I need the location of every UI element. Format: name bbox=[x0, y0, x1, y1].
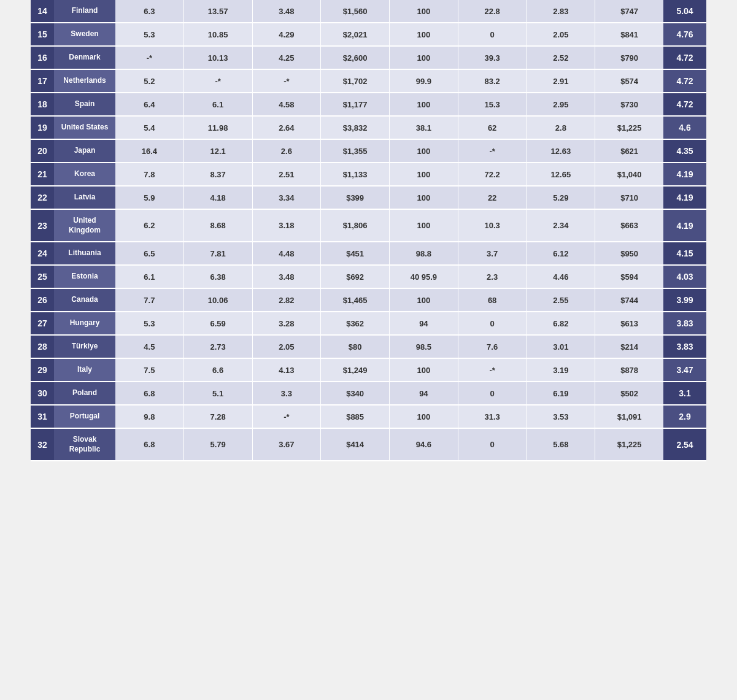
col1-cell: 7.7 bbox=[115, 289, 184, 311]
col7-cell: 5.68 bbox=[527, 429, 596, 460]
col5-cell: 100 bbox=[390, 23, 458, 45]
col5-cell: 94.6 bbox=[390, 429, 458, 460]
col1-cell: 7.5 bbox=[115, 359, 184, 381]
rank-cell: 23 bbox=[31, 210, 54, 241]
col5-cell: 98.8 bbox=[390, 242, 458, 264]
col5-cell: 100 bbox=[390, 163, 458, 185]
col3-cell: 3.48 bbox=[253, 0, 322, 22]
col4-cell: $1,702 bbox=[321, 70, 390, 92]
col5-cell: 100 bbox=[390, 47, 458, 69]
col4-cell: $1,355 bbox=[321, 140, 390, 162]
col3-cell: 2.51 bbox=[253, 163, 322, 185]
col2-cell: 6.6 bbox=[184, 359, 253, 381]
col7-cell: 3.01 bbox=[527, 336, 596, 358]
col6-cell: 68 bbox=[458, 289, 527, 311]
country-cell: Lithuania bbox=[54, 242, 115, 264]
rank-cell: 16 bbox=[31, 47, 54, 69]
col8-cell: $613 bbox=[595, 312, 663, 334]
rank-cell: 14 bbox=[31, 0, 54, 22]
table-row: 17 Netherlands 5.2 -* -* $1,702 99.9 83.… bbox=[31, 70, 706, 93]
col3-cell: 2.64 bbox=[253, 117, 322, 139]
table-row: 30 Poland 6.8 5.1 3.3 $340 94 0 6.19 $50… bbox=[31, 382, 706, 406]
country-cell: Hungary bbox=[54, 312, 115, 334]
col4-cell: $2,600 bbox=[321, 47, 390, 69]
col4-cell: $692 bbox=[321, 266, 390, 288]
score-cell: 2.54 bbox=[663, 429, 706, 460]
col5-cell: 100 bbox=[390, 406, 458, 428]
score-cell: 2.9 bbox=[663, 406, 706, 428]
score-cell: 4.76 bbox=[663, 23, 706, 45]
score-cell: 4.15 bbox=[663, 242, 706, 264]
table-row: 15 Sweden 5.3 10.85 4.29 $2,021 100 0 2.… bbox=[31, 23, 706, 47]
score-cell: 3.83 bbox=[663, 312, 706, 334]
col1-cell: 5.4 bbox=[115, 117, 184, 139]
col1-cell: 4.5 bbox=[115, 336, 184, 358]
col7-cell: 6.12 bbox=[527, 242, 596, 264]
score-cell: 4.72 bbox=[663, 70, 706, 92]
col3-cell: 3.28 bbox=[253, 312, 322, 334]
rank-cell: 28 bbox=[31, 336, 54, 358]
rank-cell: 15 bbox=[31, 23, 54, 45]
col8-cell: $710 bbox=[595, 187, 663, 209]
col7-cell: 6.82 bbox=[527, 312, 596, 334]
col5-cell: 99.9 bbox=[390, 70, 458, 92]
col1-cell: 5.3 bbox=[115, 312, 184, 334]
col7-cell: 2.05 bbox=[527, 23, 596, 45]
col3-cell: 2.05 bbox=[253, 336, 322, 358]
country-cell: Canada bbox=[54, 289, 115, 311]
col6-cell: 15.3 bbox=[458, 93, 527, 115]
score-cell: 4.6 bbox=[663, 117, 706, 139]
col7-cell: 2.34 bbox=[527, 210, 596, 241]
rank-cell: 26 bbox=[31, 289, 54, 311]
col3-cell: -* bbox=[253, 70, 322, 92]
col6-cell: 0 bbox=[458, 23, 527, 45]
rank-cell: 20 bbox=[31, 140, 54, 162]
rank-cell: 17 bbox=[31, 70, 54, 92]
data-table: 14 Finland 6.3 13.57 3.48 $1,560 100 22.… bbox=[31, 0, 706, 461]
table-row: 32 Slovak Republic 6.8 5.79 3.67 $414 94… bbox=[31, 429, 706, 461]
col8-cell: $878 bbox=[595, 359, 663, 381]
table-row: 14 Finland 6.3 13.57 3.48 $1,560 100 22.… bbox=[31, 0, 706, 23]
col2-cell: 12.1 bbox=[184, 140, 253, 162]
col3-cell: 4.58 bbox=[253, 93, 322, 115]
col4-cell: $399 bbox=[321, 187, 390, 209]
col1-cell: 6.8 bbox=[115, 429, 184, 460]
table-row: 29 Italy 7.5 6.6 4.13 $1,249 100 -* 3.19… bbox=[31, 359, 706, 382]
col5-cell: 100 bbox=[390, 210, 458, 241]
country-cell: Denmark bbox=[54, 47, 115, 69]
score-cell: 4.19 bbox=[663, 210, 706, 241]
col3-cell: -* bbox=[253, 406, 322, 428]
score-cell: 3.99 bbox=[663, 289, 706, 311]
col7-cell: 2.95 bbox=[527, 93, 596, 115]
table-row: 24 Lithuania 6.5 7.81 4.48 $451 98.8 3.7… bbox=[31, 242, 706, 266]
col3-cell: 3.3 bbox=[253, 382, 322, 404]
table-row: 21 Korea 7.8 8.37 2.51 $1,133 100 72.2 1… bbox=[31, 163, 706, 187]
col6-cell: 39.3 bbox=[458, 47, 527, 69]
country-cell: Spain bbox=[54, 93, 115, 115]
col8-cell: $214 bbox=[595, 336, 663, 358]
col8-cell: $502 bbox=[595, 382, 663, 404]
col1-cell: 5.9 bbox=[115, 187, 184, 209]
col4-cell: $451 bbox=[321, 242, 390, 264]
col6-cell: 22.8 bbox=[458, 0, 527, 22]
col4-cell: $414 bbox=[321, 429, 390, 460]
col5-cell: 94 bbox=[390, 312, 458, 334]
col8-cell: $1,091 bbox=[595, 406, 663, 428]
col3-cell: 4.25 bbox=[253, 47, 322, 69]
col6-cell: 0 bbox=[458, 382, 527, 404]
col4-cell: $340 bbox=[321, 382, 390, 404]
col4-cell: $3,832 bbox=[321, 117, 390, 139]
col7-cell: 12.65 bbox=[527, 163, 596, 185]
col7-cell: 4.46 bbox=[527, 266, 596, 288]
col7-cell: 12.63 bbox=[527, 140, 596, 162]
col5-cell: 100 bbox=[390, 140, 458, 162]
col1-cell: 9.8 bbox=[115, 406, 184, 428]
country-cell: Korea bbox=[54, 163, 115, 185]
col1-cell: -* bbox=[115, 47, 184, 69]
country-cell: Netherlands bbox=[54, 70, 115, 92]
table-row: 28 Türkiye 4.5 2.73 2.05 $80 98.5 7.6 3.… bbox=[31, 336, 706, 359]
col4-cell: $1,560 bbox=[321, 0, 390, 22]
col8-cell: $730 bbox=[595, 93, 663, 115]
col5-cell: 100 bbox=[390, 0, 458, 22]
col5-cell: 100 bbox=[390, 359, 458, 381]
